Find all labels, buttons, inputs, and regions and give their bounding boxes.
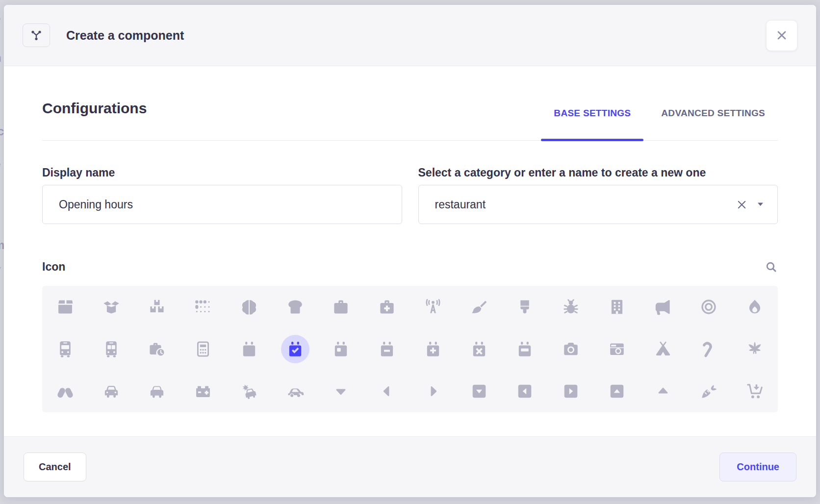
carrot-icon: [699, 382, 718, 401]
caret-down-icon: [332, 382, 350, 401]
icon-option-briefcase[interactable]: [318, 286, 364, 328]
background-text-fragment: e: [0, 158, 0, 170]
caret-square-down-icon: [470, 382, 488, 401]
brain-icon: [240, 298, 258, 316]
display-name-value: Opening hours: [59, 198, 388, 211]
icon-option-calendar-times[interactable]: [456, 328, 502, 370]
bug-icon: [562, 298, 580, 316]
car-crash-icon: [240, 382, 258, 401]
calendar-times-icon: [470, 340, 488, 358]
building-icon: [608, 298, 626, 316]
background-text-fragment: y: [0, 264, 0, 276]
display-name-field: Display name Opening hours: [42, 166, 402, 224]
icon-option-briefcase-medical[interactable]: [364, 286, 410, 328]
calendar-minus-icon: [378, 340, 396, 358]
cart-arrow-down-icon: [745, 382, 764, 401]
icon-option-car[interactable]: [88, 370, 134, 412]
icon-option-car-alt[interactable]: [134, 370, 180, 412]
braille-icon: [194, 298, 212, 316]
capsules-icon: [56, 382, 75, 401]
caret-up-icon: [654, 382, 672, 401]
icon-option-caret-square-left[interactable]: [502, 370, 548, 412]
icon-option-calendar[interactable]: [226, 328, 272, 370]
icon-option-braille[interactable]: [180, 286, 226, 328]
icon-option-building[interactable]: [594, 286, 640, 328]
broadcast-tower-icon: [424, 298, 442, 316]
continue-button[interactable]: Continue: [719, 453, 796, 481]
icon-option-brush[interactable]: [502, 286, 548, 328]
icon-option-bullhorn[interactable]: [640, 286, 686, 328]
icon-grid: [42, 286, 778, 412]
icon-option-bus[interactable]: [42, 328, 88, 370]
icon-option-camera-retro[interactable]: [594, 328, 640, 370]
icon-option-calendar-day[interactable]: [318, 328, 364, 370]
camera-retro-icon: [608, 340, 626, 358]
icon-option-calendar-plus[interactable]: [410, 328, 456, 370]
camera-icon: [562, 340, 580, 358]
icon-search-button[interactable]: [765, 260, 778, 274]
icon-option-bullseye[interactable]: [686, 286, 732, 328]
icon-option-caret-square-down[interactable]: [456, 370, 502, 412]
car-icon: [102, 382, 121, 401]
form-row: Display name Opening hours Select a cate…: [42, 166, 778, 224]
icon-option-burn[interactable]: [732, 286, 778, 328]
icon-option-car-crash[interactable]: [226, 370, 272, 412]
broom-icon: [470, 298, 488, 316]
chevron-down-icon[interactable]: [757, 202, 764, 207]
icon-picker-head: Icon: [42, 260, 778, 274]
icon-option-bus-alt[interactable]: [88, 328, 134, 370]
caret-square-up-icon: [608, 382, 626, 401]
icon-option-carrot[interactable]: [686, 370, 732, 412]
icon-option-caret-left[interactable]: [364, 370, 410, 412]
background-text-fragment: e: [0, 13, 0, 25]
bus-alt-icon: [102, 340, 121, 358]
icon-option-cart-arrow-down[interactable]: [732, 370, 778, 412]
icon-option-camera[interactable]: [548, 328, 594, 370]
box-icon: [56, 298, 75, 316]
icon-option-candy-cane[interactable]: [686, 328, 732, 370]
box-open-icon: [102, 298, 121, 316]
icon-option-box[interactable]: [42, 286, 88, 328]
icon-option-box-open[interactable]: [88, 286, 134, 328]
candy-cane-icon: [699, 340, 718, 358]
icon-option-car-battery[interactable]: [180, 370, 226, 412]
icon-option-calendar-check[interactable]: [272, 328, 318, 370]
briefcase-icon: [332, 298, 350, 316]
modal-footer: Cancel Continue: [4, 436, 816, 497]
icon-option-caret-square-up[interactable]: [594, 370, 640, 412]
icon-option-broadcast-tower[interactable]: [410, 286, 456, 328]
icon-option-broom[interactable]: [456, 286, 502, 328]
icon-option-capsules[interactable]: [42, 370, 88, 412]
page-title: Configurations: [42, 100, 147, 140]
icon-option-car-side[interactable]: [272, 370, 318, 412]
icon-option-campground[interactable]: [640, 328, 686, 370]
icon-option-brain[interactable]: [226, 286, 272, 328]
clear-icon[interactable]: [736, 199, 748, 211]
display-name-label: Display name: [42, 166, 402, 179]
icon-option-caret-down[interactable]: [318, 370, 364, 412]
tab-base-settings[interactable]: BASE SETTINGS: [541, 108, 643, 140]
icon-option-business-time[interactable]: [134, 328, 180, 370]
icon-option-calendar-minus[interactable]: [364, 328, 410, 370]
icon-option-bread-slice[interactable]: [272, 286, 318, 328]
icon-option-boxes[interactable]: [134, 286, 180, 328]
campground-icon: [654, 340, 672, 358]
icon-option-bug[interactable]: [548, 286, 594, 328]
display-name-input[interactable]: Opening hours: [42, 185, 402, 224]
icon-option-caret-right[interactable]: [410, 370, 456, 412]
icon-option-calculator[interactable]: [180, 328, 226, 370]
car-battery-icon: [194, 382, 212, 401]
icon-option-caret-up[interactable]: [640, 370, 686, 412]
caret-left-icon: [378, 382, 396, 401]
calendar-week-icon: [515, 340, 534, 358]
component-icon: [23, 24, 50, 47]
calendar-plus-icon: [424, 340, 442, 358]
icon-option-caret-square-right[interactable]: [548, 370, 594, 412]
icon-option-calendar-week[interactable]: [502, 328, 548, 370]
close-button[interactable]: [766, 20, 797, 51]
icon-option-cannabis[interactable]: [732, 328, 778, 370]
tab-advanced-settings[interactable]: ADVANCED SETTINGS: [648, 108, 778, 140]
cancel-button[interactable]: Cancel: [24, 453, 86, 481]
category-combobox[interactable]: restaurant: [418, 185, 778, 224]
car-side-icon: [286, 382, 305, 401]
